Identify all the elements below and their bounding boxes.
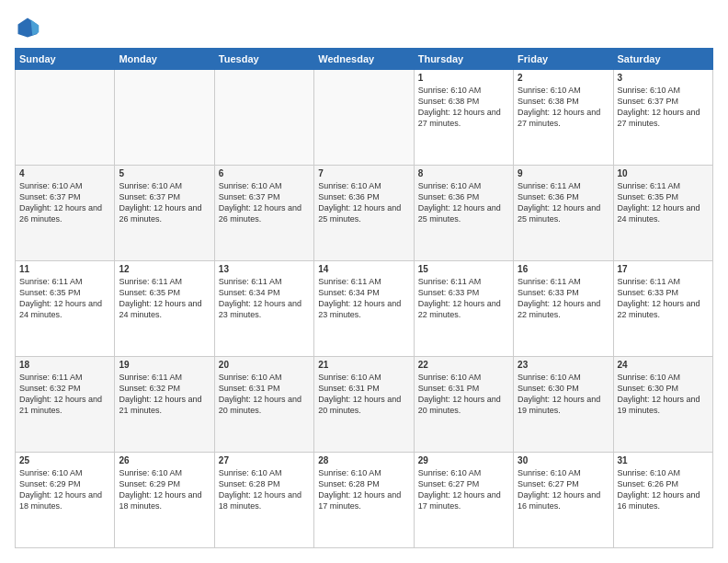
calendar-cell: 31Sunrise: 6:10 AM Sunset: 6:26 PM Dayli…	[613, 453, 712, 548]
day-info: Sunrise: 6:11 AM Sunset: 6:34 PM Dayligh…	[318, 276, 409, 321]
day-number: 30	[518, 455, 609, 465]
day-number: 25	[19, 455, 110, 465]
calendar-cell: 10Sunrise: 6:11 AM Sunset: 6:35 PM Dayli…	[613, 166, 712, 261]
calendar-cell	[16, 70, 115, 166]
day-number: 20	[219, 360, 310, 370]
day-number: 4	[19, 168, 110, 178]
day-number: 24	[618, 360, 709, 370]
day-info: Sunrise: 6:10 AM Sunset: 6:29 PM Dayligh…	[19, 467, 110, 512]
calendar-week-5: 25Sunrise: 6:10 AM Sunset: 6:29 PM Dayli…	[16, 453, 713, 548]
weekday-header-saturday: Saturday	[613, 49, 712, 70]
calendar-cell: 4Sunrise: 6:10 AM Sunset: 6:37 PM Daylig…	[16, 166, 115, 261]
day-info: Sunrise: 6:10 AM Sunset: 6:37 PM Dayligh…	[119, 180, 210, 225]
calendar-week-3: 11Sunrise: 6:11 AM Sunset: 6:35 PM Dayli…	[16, 261, 713, 357]
day-number: 31	[618, 455, 709, 465]
calendar-header: SundayMondayTuesdayWednesdayThursdayFrid…	[16, 49, 713, 70]
day-number: 15	[418, 264, 509, 274]
calendar-cell: 15Sunrise: 6:11 AM Sunset: 6:33 PM Dayli…	[414, 261, 513, 357]
calendar-cell: 27Sunrise: 6:10 AM Sunset: 6:28 PM Dayli…	[214, 453, 313, 548]
calendar-cell: 18Sunrise: 6:11 AM Sunset: 6:32 PM Dayli…	[16, 357, 115, 453]
calendar-cell: 23Sunrise: 6:10 AM Sunset: 6:30 PM Dayli…	[514, 357, 613, 453]
day-number: 8	[418, 168, 509, 178]
day-info: Sunrise: 6:10 AM Sunset: 6:38 PM Dayligh…	[418, 85, 509, 130]
day-info: Sunrise: 6:11 AM Sunset: 6:33 PM Dayligh…	[418, 276, 509, 321]
day-number: 6	[219, 168, 310, 178]
calendar-cell: 2Sunrise: 6:10 AM Sunset: 6:38 PM Daylig…	[514, 70, 613, 166]
weekday-header-tuesday: Tuesday	[214, 49, 313, 70]
day-info: Sunrise: 6:11 AM Sunset: 6:36 PM Dayligh…	[518, 180, 609, 225]
calendar-cell: 1Sunrise: 6:10 AM Sunset: 6:38 PM Daylig…	[414, 70, 513, 166]
day-number: 18	[19, 360, 110, 370]
calendar-week-2: 4Sunrise: 6:10 AM Sunset: 6:37 PM Daylig…	[16, 166, 713, 261]
day-number: 9	[518, 168, 609, 178]
calendar-cell: 7Sunrise: 6:10 AM Sunset: 6:36 PM Daylig…	[314, 166, 414, 261]
calendar-cell	[314, 70, 414, 166]
calendar-cell: 21Sunrise: 6:10 AM Sunset: 6:31 PM Dayli…	[314, 357, 414, 453]
calendar-cell: 24Sunrise: 6:10 AM Sunset: 6:30 PM Dayli…	[613, 357, 712, 453]
day-info: Sunrise: 6:10 AM Sunset: 6:31 PM Dayligh…	[318, 372, 409, 417]
day-info: Sunrise: 6:10 AM Sunset: 6:29 PM Dayligh…	[119, 467, 210, 512]
day-number: 2	[518, 73, 609, 83]
calendar-cell: 25Sunrise: 6:10 AM Sunset: 6:29 PM Dayli…	[16, 453, 115, 548]
logo-icon	[15, 15, 40, 40]
calendar-cell: 5Sunrise: 6:10 AM Sunset: 6:37 PM Daylig…	[115, 166, 214, 261]
day-number: 17	[618, 264, 709, 274]
calendar-cell: 6Sunrise: 6:10 AM Sunset: 6:37 PM Daylig…	[214, 166, 313, 261]
weekday-header-monday: Monday	[115, 49, 214, 70]
calendar-cell: 3Sunrise: 6:10 AM Sunset: 6:37 PM Daylig…	[613, 70, 712, 166]
calendar-cell: 19Sunrise: 6:11 AM Sunset: 6:32 PM Dayli…	[115, 357, 214, 453]
calendar-week-1: 1Sunrise: 6:10 AM Sunset: 6:38 PM Daylig…	[16, 70, 713, 166]
day-number: 10	[618, 168, 709, 178]
day-number: 19	[119, 360, 210, 370]
calendar-cell	[214, 70, 313, 166]
calendar-cell: 20Sunrise: 6:10 AM Sunset: 6:31 PM Dayli…	[214, 357, 313, 453]
calendar-cell: 30Sunrise: 6:10 AM Sunset: 6:27 PM Dayli…	[514, 453, 613, 548]
day-number: 23	[518, 360, 609, 370]
day-number: 11	[19, 264, 110, 274]
weekday-header-row: SundayMondayTuesdayWednesdayThursdayFrid…	[16, 49, 713, 70]
day-info: Sunrise: 6:11 AM Sunset: 6:32 PM Dayligh…	[19, 372, 110, 417]
day-info: Sunrise: 6:10 AM Sunset: 6:27 PM Dayligh…	[418, 467, 509, 512]
calendar-cell: 26Sunrise: 6:10 AM Sunset: 6:29 PM Dayli…	[115, 453, 214, 548]
day-info: Sunrise: 6:10 AM Sunset: 6:37 PM Dayligh…	[618, 85, 709, 130]
day-number: 16	[518, 264, 609, 274]
calendar-cell: 12Sunrise: 6:11 AM Sunset: 6:35 PM Dayli…	[115, 261, 214, 357]
calendar-table: SundayMondayTuesdayWednesdayThursdayFrid…	[15, 48, 713, 548]
day-info: Sunrise: 6:10 AM Sunset: 6:38 PM Dayligh…	[518, 85, 609, 130]
logo	[15, 15, 44, 40]
day-info: Sunrise: 6:11 AM Sunset: 6:33 PM Dayligh…	[518, 276, 609, 321]
header	[15, 15, 713, 40]
day-number: 27	[219, 455, 310, 465]
day-number: 22	[418, 360, 509, 370]
calendar-cell: 8Sunrise: 6:10 AM Sunset: 6:36 PM Daylig…	[414, 166, 513, 261]
day-info: Sunrise: 6:11 AM Sunset: 6:32 PM Dayligh…	[119, 372, 210, 417]
calendar-cell: 14Sunrise: 6:11 AM Sunset: 6:34 PM Dayli…	[314, 261, 414, 357]
calendar-cell: 13Sunrise: 6:11 AM Sunset: 6:34 PM Dayli…	[214, 261, 313, 357]
day-info: Sunrise: 6:10 AM Sunset: 6:31 PM Dayligh…	[219, 372, 310, 417]
calendar-body: 1Sunrise: 6:10 AM Sunset: 6:38 PM Daylig…	[16, 70, 713, 548]
calendar-cell: 17Sunrise: 6:11 AM Sunset: 6:33 PM Dayli…	[613, 261, 712, 357]
day-number: 21	[318, 360, 409, 370]
calendar-cell: 28Sunrise: 6:10 AM Sunset: 6:28 PM Dayli…	[314, 453, 414, 548]
day-number: 5	[119, 168, 210, 178]
calendar-cell	[115, 70, 214, 166]
day-info: Sunrise: 6:10 AM Sunset: 6:27 PM Dayligh…	[518, 467, 609, 512]
day-number: 13	[219, 264, 310, 274]
page: SundayMondayTuesdayWednesdayThursdayFrid…	[0, 0, 728, 563]
day-info: Sunrise: 6:11 AM Sunset: 6:34 PM Dayligh…	[219, 276, 310, 321]
day-info: Sunrise: 6:11 AM Sunset: 6:35 PM Dayligh…	[19, 276, 110, 321]
calendar-week-4: 18Sunrise: 6:11 AM Sunset: 6:32 PM Dayli…	[16, 357, 713, 453]
day-number: 29	[418, 455, 509, 465]
day-number: 3	[618, 73, 709, 83]
day-info: Sunrise: 6:10 AM Sunset: 6:37 PM Dayligh…	[219, 180, 310, 225]
calendar-cell: 29Sunrise: 6:10 AM Sunset: 6:27 PM Dayli…	[414, 453, 513, 548]
day-info: Sunrise: 6:10 AM Sunset: 6:36 PM Dayligh…	[418, 180, 509, 225]
day-info: Sunrise: 6:10 AM Sunset: 6:30 PM Dayligh…	[618, 372, 709, 417]
day-number: 12	[119, 264, 210, 274]
calendar-cell: 16Sunrise: 6:11 AM Sunset: 6:33 PM Dayli…	[514, 261, 613, 357]
weekday-header-thursday: Thursday	[414, 49, 513, 70]
weekday-header-wednesday: Wednesday	[314, 49, 414, 70]
day-info: Sunrise: 6:11 AM Sunset: 6:35 PM Dayligh…	[119, 276, 210, 321]
day-info: Sunrise: 6:10 AM Sunset: 6:30 PM Dayligh…	[518, 372, 609, 417]
calendar-cell: 22Sunrise: 6:10 AM Sunset: 6:31 PM Dayli…	[414, 357, 513, 453]
